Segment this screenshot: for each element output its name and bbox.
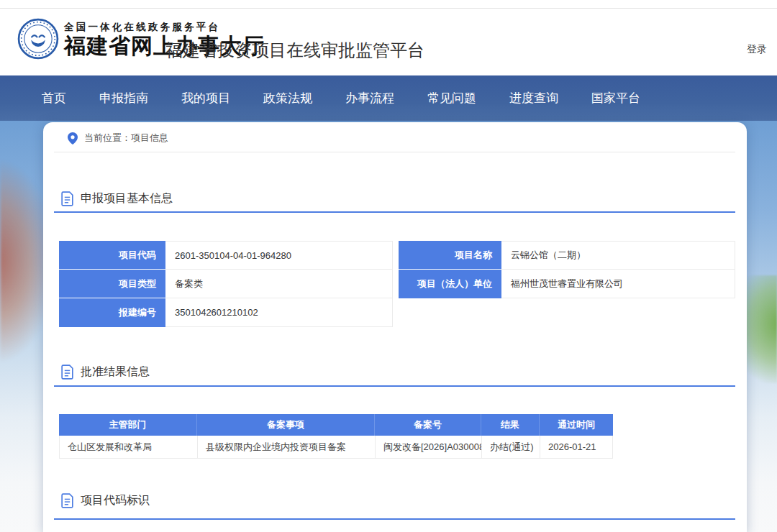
field-label-legal-entity: 项目（法人）单位 xyxy=(399,270,501,298)
basic-info-right-column: 项目名称 云锦公馆（二期） 项目（法人）单位 福州世茂世睿置业有限公司 xyxy=(399,241,735,327)
field-label-project-code: 项目代码 xyxy=(59,241,165,270)
column-header-pass-date: 通过时间 xyxy=(540,414,613,436)
nav-item-my-projects[interactable]: 我的项目 xyxy=(165,75,247,121)
field-value-project-code: 2601-350104-04-01-964280 xyxy=(165,241,393,270)
field-value-construction-number: 3501042601210102 xyxy=(165,298,393,327)
nav-item-process[interactable]: 办事流程 xyxy=(329,75,411,121)
cell-filing-number: 闽发改备[2026]A030008 xyxy=(376,436,482,458)
table-row: 项目类型 备案类 xyxy=(59,270,393,298)
column-header-filing-item: 备案事项 xyxy=(197,414,375,436)
table-row: 仓山区发展和改革局 县级权限内企业境内投资项目备案 闽发改备[2026]A030… xyxy=(59,436,613,459)
field-label-project-name: 项目名称 xyxy=(399,241,501,270)
nav-item-faq[interactable]: 常见问题 xyxy=(411,75,493,121)
field-value-legal-entity: 福州世茂世睿置业有限公司 xyxy=(501,270,735,298)
nav-item-progress-query[interactable]: 进度查询 xyxy=(493,75,575,121)
cell-filing-item: 县级权限内企业境内投资项目备案 xyxy=(198,436,376,458)
field-label-project-type: 项目类型 xyxy=(59,270,165,298)
section-title: 项目代码标识 xyxy=(81,493,150,508)
basic-info-table: 项目代码 2601-350104-04-01-964280 项目类型 备案类 报… xyxy=(59,241,735,327)
section-project-code-header: 项目代码标识 xyxy=(60,493,150,508)
document-icon xyxy=(60,191,74,206)
cell-department: 仓山区发展和改革局 xyxy=(60,436,198,458)
breadcrumb-divider xyxy=(54,152,735,152)
table-row: 项目（法人）单位 福州世茂世睿置业有限公司 xyxy=(399,270,735,298)
section-underline xyxy=(54,518,735,520)
field-value-project-type: 备案类 xyxy=(165,270,393,298)
approval-result-table: 主管部门 备案事项 备案号 结果 通过时间 仓山区发展和改革局 县级权限内企业境… xyxy=(59,414,613,459)
table-row: 项目代码 2601-350104-04-01-964280 xyxy=(59,241,393,270)
section-title: 申报项目基本信息 xyxy=(81,191,173,206)
content-panel: 当前位置：项目信息 申报项目基本信息 项目代码 2601-350104 xyxy=(43,122,747,532)
page: 全国一体化在线政务服务平台 福建省网上办事大厅 福建省投资项目在线审批监管平台 … xyxy=(0,0,777,532)
field-value-project-name: 云锦公馆（二期） xyxy=(501,241,735,270)
section-underline xyxy=(54,211,735,213)
main-background: 当前位置：项目信息 申报项目基本信息 项目代码 2601-350104 xyxy=(0,121,777,532)
document-icon xyxy=(60,493,74,508)
breadcrumb-label: 当前位置：项目信息 xyxy=(84,132,168,145)
basic-info-left-column: 项目代码 2601-350104-04-01-964280 项目类型 备案类 报… xyxy=(59,241,393,327)
column-header-filing-number: 备案号 xyxy=(375,414,481,436)
document-icon xyxy=(60,364,74,380)
table-row: 报建编号 3501042601210102 xyxy=(59,298,393,327)
login-link[interactable]: 登录 xyxy=(747,43,767,56)
logo-emblem-icon xyxy=(17,18,59,60)
location-pin-icon xyxy=(68,132,78,145)
column-header-result: 结果 xyxy=(481,414,540,436)
section-underline xyxy=(54,385,735,387)
table-row: 项目名称 云锦公馆（二期） xyxy=(399,241,735,270)
nav-item-national-platform[interactable]: 国家平台 xyxy=(575,75,657,121)
breadcrumb: 当前位置：项目信息 xyxy=(68,132,168,145)
site-header: 全国一体化在线政务服务平台 福建省网上办事大厅 福建省投资项目在线审批监管平台 … xyxy=(0,9,777,75)
cell-pass-date: 2026-01-21 xyxy=(540,436,612,458)
nav-item-policies[interactable]: 政策法规 xyxy=(247,75,329,121)
field-label-construction-number: 报建编号 xyxy=(59,298,165,327)
section-basic-info-header: 申报项目基本信息 xyxy=(60,191,173,206)
cell-result: 办结(通过) xyxy=(482,436,540,458)
table-header-row: 主管部门 备案事项 备案号 结果 通过时间 xyxy=(59,414,613,436)
platform-title: 福建省投资项目在线审批监管平台 xyxy=(165,39,424,62)
main-nav: 首页 申报指南 我的项目 政策法规 办事流程 常见问题 进度查询 国家平台 xyxy=(0,75,777,121)
nav-item-home[interactable]: 首页 xyxy=(25,75,83,121)
column-header-department: 主管部门 xyxy=(59,414,197,436)
logo-tagline: 全国一体化在线政务服务平台 xyxy=(64,21,265,34)
nav-item-declare-guide[interactable]: 申报指南 xyxy=(83,75,165,121)
section-title: 批准结果信息 xyxy=(81,364,150,380)
section-approval-result-header: 批准结果信息 xyxy=(60,364,150,380)
